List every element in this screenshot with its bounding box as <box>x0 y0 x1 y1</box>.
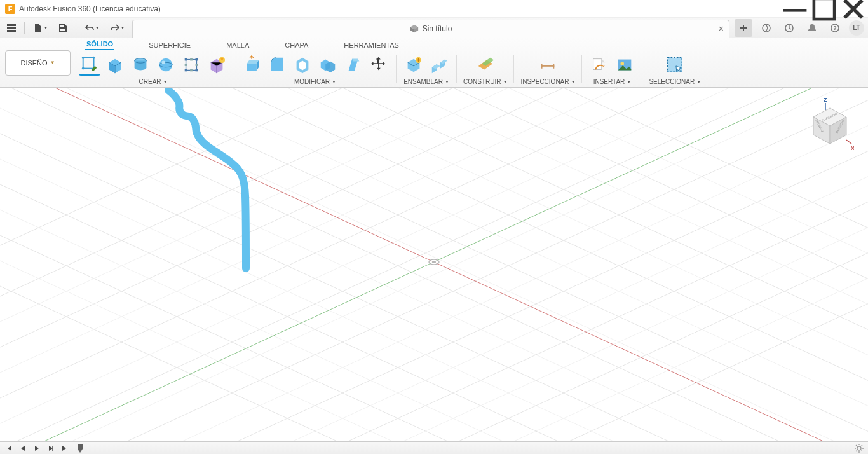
timeline-next-button[interactable] <box>46 443 56 453</box>
new-component-button[interactable] <box>403 54 424 76</box>
timeline-prev-button[interactable] <box>18 443 28 453</box>
chevron-down-icon: ▼ <box>50 60 55 65</box>
move-button[interactable] <box>368 54 390 76</box>
ribbon-tab-superficie[interactable]: SUPERFICIE <box>147 40 192 50</box>
svg-point-85 <box>857 446 861 450</box>
ribbon-group-seleccionar: SELECCIONAR▼ <box>649 53 701 87</box>
window-title: Autodesk Fusion 360 (Licencia educativa) <box>19 4 161 13</box>
data-panel-toggle-button[interactable] <box>4 20 19 36</box>
measure-button[interactable] <box>537 54 559 76</box>
notifications-button[interactable] <box>803 19 821 37</box>
svg-rect-6 <box>10 27 13 29</box>
ribbon-group-crear: CREAR▼ <box>79 53 227 87</box>
svg-point-20 <box>82 67 85 69</box>
ribbon-group-label-ensamblar[interactable]: ENSAMBLAR▼ <box>403 78 449 85</box>
extensions-button[interactable] <box>757 19 775 37</box>
fillet-button[interactable] <box>266 54 288 76</box>
ribbon-group-label-modificar[interactable]: MODIFICAR▼ <box>294 78 336 85</box>
undo-button[interactable]: ▾ <box>81 20 102 36</box>
svg-line-43 <box>0 88 868 406</box>
workspace-switcher-button[interactable]: DISEÑO ▼ <box>5 50 71 76</box>
svg-line-62 <box>0 88 868 380</box>
viewcube[interactable]: Z SUPERIOR FRONTAL DERECHA X <box>804 95 854 153</box>
svg-line-59 <box>0 88 868 406</box>
save-button[interactable] <box>55 20 71 36</box>
svg-rect-29 <box>196 58 198 61</box>
create-sphere-button[interactable] <box>155 54 177 76</box>
svg-line-49 <box>0 126 868 441</box>
svg-rect-3 <box>10 24 13 26</box>
timeline-play-button[interactable] <box>32 443 42 453</box>
create-cylinder-button[interactable] <box>130 54 151 76</box>
svg-text:?: ? <box>833 25 837 31</box>
svg-rect-12 <box>60 29 65 31</box>
quick-access-bar: ▾ ▾ ▾ Sin título × ? LT <box>0 18 868 38</box>
press-pull-button[interactable] <box>241 54 262 76</box>
perspective-grid <box>0 88 868 441</box>
ribbon-group-label-construir[interactable]: CONSTRUIR▼ <box>463 78 507 85</box>
svg-rect-32 <box>190 58 193 61</box>
app-icon: F <box>5 4 15 14</box>
ribbon-tab-malla[interactable]: MALLA <box>225 40 250 50</box>
svg-point-39 <box>621 62 625 65</box>
create-tspline-button[interactable] <box>206 54 227 76</box>
job-status-button[interactable] <box>780 19 798 37</box>
timeline-marker-icon[interactable] <box>78 444 83 453</box>
ribbon-groups: CREAR▼ <box>76 50 868 87</box>
ribbon-group-insertar: INSERTAR▼ <box>588 53 635 87</box>
file-menu-button[interactable]: ▾ <box>30 20 50 36</box>
ribbon-group-construir: CONSTRUIR▼ <box>463 53 507 87</box>
svg-rect-33 <box>190 69 193 72</box>
document-title: Sin título <box>423 24 452 33</box>
timeline-settings-button[interactable] <box>854 443 864 453</box>
ribbon-tab-herramientas[interactable]: HERRAMIENTAS <box>342 40 400 50</box>
workspace-label: DISEÑO <box>20 59 47 67</box>
ribbon: DISEÑO ▼ SÓLIDO SUPERFICIE MALLA CHAPA H… <box>0 38 868 88</box>
ribbon-tab-chapa[interactable]: CHAPA <box>283 40 309 50</box>
axis-z-label: Z <box>824 97 827 103</box>
ribbon-group-label-seleccionar[interactable]: SELECCIONAR▼ <box>649 78 701 85</box>
svg-rect-34 <box>185 64 187 66</box>
svg-rect-17 <box>83 57 94 68</box>
joint-button[interactable] <box>428 54 450 76</box>
draft-button[interactable] <box>342 54 364 76</box>
timeline-first-button[interactable] <box>4 443 14 453</box>
construction-plane-button[interactable] <box>475 54 496 76</box>
window-close-button[interactable] <box>839 0 868 18</box>
user-avatar[interactable]: LT <box>849 20 864 36</box>
window-maximize-button[interactable] <box>810 0 839 18</box>
svg-rect-11 <box>60 25 64 27</box>
svg-rect-0 <box>783 9 807 12</box>
new-design-button[interactable] <box>735 19 752 37</box>
svg-rect-27 <box>186 60 197 71</box>
timeline-last-button[interactable] <box>60 443 70 453</box>
ribbon-group-label-crear[interactable]: CREAR▼ <box>139 78 168 85</box>
close-tab-button[interactable]: × <box>719 24 724 34</box>
svg-rect-4 <box>13 24 16 26</box>
svg-line-53 <box>0 126 868 441</box>
svg-point-19 <box>93 56 95 58</box>
create-sketch-button[interactable] <box>79 54 100 76</box>
create-form-button[interactable] <box>180 54 202 76</box>
ribbon-group-label-inspeccionar[interactable]: INSPECCIONAR▼ <box>520 78 575 85</box>
insert-decal-button[interactable] <box>614 54 635 76</box>
svg-rect-8 <box>7 30 10 32</box>
ribbon-group-label-insertar[interactable]: INSERTAR▼ <box>593 78 632 85</box>
combine-button[interactable] <box>317 54 339 76</box>
select-button[interactable] <box>664 54 686 76</box>
shell-button[interactable] <box>292 54 313 76</box>
svg-rect-28 <box>185 58 187 61</box>
help-button[interactable]: ? <box>826 19 844 37</box>
window-minimize-button[interactable] <box>780 0 810 18</box>
redo-button[interactable]: ▾ <box>107 20 127 36</box>
model-canvas[interactable]: Z SUPERIOR FRONTAL DERECHA X <box>0 88 868 441</box>
svg-rect-1 <box>814 0 834 19</box>
svg-rect-5 <box>7 27 10 29</box>
ribbon-tab-solido[interactable]: SÓLIDO <box>85 39 114 50</box>
insert-derive-button[interactable] <box>588 54 610 76</box>
document-tab[interactable]: Sin título × <box>132 20 729 38</box>
create-box-button[interactable] <box>104 54 126 76</box>
svg-point-26 <box>161 60 165 64</box>
svg-line-92 <box>856 450 857 451</box>
svg-line-68 <box>0 100 868 441</box>
